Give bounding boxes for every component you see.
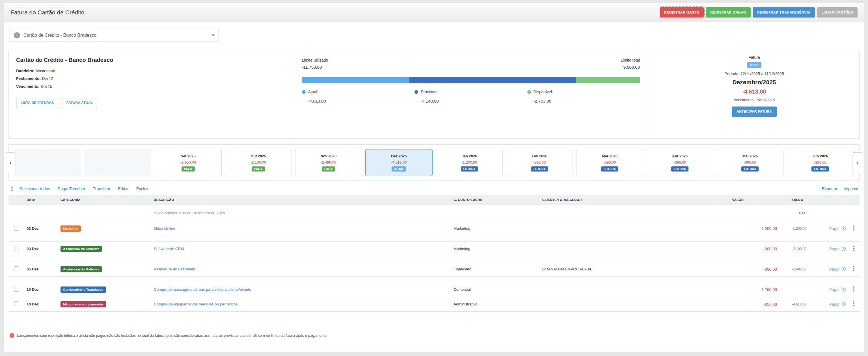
row-value: -357,00 xyxy=(693,297,783,312)
column-header-balance: SALDO xyxy=(783,195,811,205)
row-description-cell: Compra de passagens aéreas para visita a… xyxy=(152,282,451,297)
antecipar-fatura-button[interactable]: ANTECIPAR FATURA xyxy=(732,106,777,117)
column-header-check xyxy=(8,195,24,205)
row-category-cell: Assinatura do Software xyxy=(58,262,152,277)
description-link[interactable]: Compra de passagens aéreas para visita a… xyxy=(154,287,251,292)
clock-icon xyxy=(840,287,846,292)
kebab-menu-icon[interactable] xyxy=(853,287,855,288)
pagar-link[interactable]: Pagar xyxy=(829,267,846,271)
footer-note-text: Lançamentos com repetição infinita e ain… xyxy=(17,333,328,337)
carousel-month: Dez 2025 xyxy=(391,154,407,158)
legend-dot-disponivel xyxy=(527,90,531,94)
card-due-label: Vencimento: xyxy=(16,84,39,89)
legend-row-disponivel: Disponível: xyxy=(527,90,640,94)
row-checkbox[interactable] xyxy=(14,246,19,251)
row-checkbox[interactable] xyxy=(14,287,19,292)
column-header-menu xyxy=(848,195,860,205)
row-description-cell: Assinatura do Granatum xyxy=(152,262,451,277)
imprimir-link[interactable]: Imprimir xyxy=(844,187,858,191)
carousel-status-badge: FUTURA xyxy=(601,166,618,171)
carousel-card-abr-2026[interactable]: Abr 2026-396,00FUTURA xyxy=(647,149,713,176)
pagar-link[interactable]: Pagar xyxy=(829,226,846,231)
limit-bar-segment-atual xyxy=(302,77,409,83)
carousel-card-empty xyxy=(85,149,151,176)
carousel-card-jun-2026[interactable]: Jun 2026-396,00FUTURA xyxy=(787,149,854,176)
transactions-toolbar: Selecionar todosPagar/ReceberTransferirE… xyxy=(10,186,858,192)
pagar-link[interactable]: Pagar xyxy=(829,247,846,251)
fatura-atual-button[interactable]: FATURA ATUAL xyxy=(62,98,97,108)
carousel-status-badge: FUTURA xyxy=(531,166,548,171)
carousel-value: -2.100,00 xyxy=(250,160,266,164)
column-header-pay xyxy=(811,195,848,205)
carousel-next-button[interactable]: › xyxy=(852,152,863,173)
clear-selection-icon[interactable]: × xyxy=(14,32,20,38)
carousel-card-mar-2026[interactable]: Mar 2026-396,00FUTURA xyxy=(576,149,643,176)
limit-section: Limite utilizado -11.753,00 Limite total… xyxy=(293,50,649,138)
listar-cartoes-button[interactable]: LISTAR CARTÕES xyxy=(817,7,858,18)
chevron-down-icon xyxy=(212,34,215,36)
carousel-month: Out 2025 xyxy=(250,154,266,158)
row-value: -396,00 xyxy=(693,262,783,277)
row-checkbox-cell xyxy=(8,297,24,312)
spacer-cell xyxy=(8,312,860,317)
carousel-card-mai-2026[interactable]: Mai 2026-396,00FUTURA xyxy=(717,149,783,176)
column-header-category: CATEGORIA xyxy=(58,195,152,205)
kebab-menu-icon[interactable] xyxy=(853,246,855,247)
carousel-card-set-2025[interactable]: Set 2025-3.950,00PAGA xyxy=(155,149,221,176)
row-client xyxy=(540,241,693,256)
carousel-prev-button[interactable]: ‹ xyxy=(5,152,16,173)
row-checkbox[interactable] xyxy=(14,266,19,271)
pagar-label: Pagar xyxy=(829,267,840,271)
table-row: 02 DezMarketingMídia OnlineMarketing-1.2… xyxy=(8,221,860,236)
carousel-status-badge: ATUAL xyxy=(392,166,407,171)
limit-used-label: Limite utilizado xyxy=(302,58,328,62)
carousel-status-badge: PAGA xyxy=(182,166,195,171)
carousel-value: -396,00 xyxy=(533,160,546,164)
card-select-value: Cartão de Crédito - Banco Bradesco xyxy=(24,33,96,38)
excluir-link[interactable]: Excluir xyxy=(136,187,149,191)
limit-used-value: -11.753,00 xyxy=(302,65,328,69)
row-category-cell: Assinatura do Software xyxy=(58,241,152,256)
table-row: 05 DezAssinatura do SoftwareAssinatura d… xyxy=(8,262,860,277)
card-details-section: Cartão de Crédito - Banco Bradesco Bande… xyxy=(9,50,293,138)
editar-link[interactable]: Editar xyxy=(118,187,129,191)
pagar-link[interactable]: Pagar xyxy=(829,302,846,306)
invoice-month: Dezembro/2025 xyxy=(655,79,853,86)
pagar-link[interactable]: Pagar xyxy=(829,287,846,292)
category-badge: Máquinas e equipamentos xyxy=(61,301,106,308)
carousel-status-badge: FUTURA xyxy=(811,166,829,171)
registrar-ganho-button[interactable]: REGISTRAR GANHO xyxy=(706,7,751,18)
category-badge: Assinatura do Software xyxy=(61,246,102,252)
row-balance: -1.200,00 xyxy=(783,221,811,236)
row-menu-cell xyxy=(848,221,860,236)
description-link[interactable]: Assinatura do Granatum xyxy=(154,267,195,271)
description-link[interactable]: Compra de equipamentos menores ou perifé… xyxy=(154,302,238,306)
row-spacer xyxy=(8,236,860,241)
kebab-menu-icon[interactable] xyxy=(853,301,855,302)
description-link[interactable]: Mídia Online xyxy=(154,226,175,231)
transferir-link[interactable]: Transferir xyxy=(93,187,111,191)
exportar-link[interactable]: Exportar xyxy=(822,187,837,191)
row-checkbox[interactable] xyxy=(14,226,19,231)
selecionar-todos-link[interactable]: Selecionar todos xyxy=(20,187,50,191)
carousel-card-jan-2026[interactable]: Jan 2026-1.200,00FUTURA xyxy=(436,149,503,176)
carousel-card-dez-2025[interactable]: Dez 2025-4.613,00ATUAL xyxy=(365,149,433,176)
carousel-card-out-2025[interactable]: Out 2025-2.100,00PAGA xyxy=(225,149,292,176)
row-value: -1.200,00 xyxy=(693,221,783,236)
kebab-menu-icon[interactable] xyxy=(853,266,855,267)
lista-de-faturas-button[interactable]: LISTA DE FATURAS xyxy=(16,98,58,108)
description-link[interactable]: Software de CRM xyxy=(154,247,184,251)
carousel-card-fev-2026[interactable]: Fev 2026-396,00FUTURA xyxy=(506,149,573,176)
row-checkbox[interactable] xyxy=(14,301,19,306)
card-closing-value: Dia 12 xyxy=(42,76,53,81)
registrar-transferencia-button[interactable]: REGISTRAR TRANSFERÊNCIA xyxy=(753,7,815,18)
carousel-status-badge: FUTURA xyxy=(741,166,758,171)
kebab-menu-icon[interactable] xyxy=(853,225,855,227)
top-header-bar: Fatura do Cartão de Crédito REGISTRAR GA… xyxy=(4,3,864,22)
registrar-gasto-button[interactable]: REGISTRAR GASTO xyxy=(660,7,704,18)
pagar-receber-link[interactable]: Pagar/Receber xyxy=(58,187,85,191)
limit-legend: Atual:-4.613,00Próximas:-7.140,00Disponí… xyxy=(302,90,640,103)
column-header-description: DESCRIÇÃO xyxy=(152,195,451,205)
carousel-card-nov-2025[interactable]: Nov 2025-2.496,00PAGA xyxy=(295,149,362,176)
card-select[interactable]: × Cartão de Crédito - Banco Bradesco xyxy=(10,29,219,42)
